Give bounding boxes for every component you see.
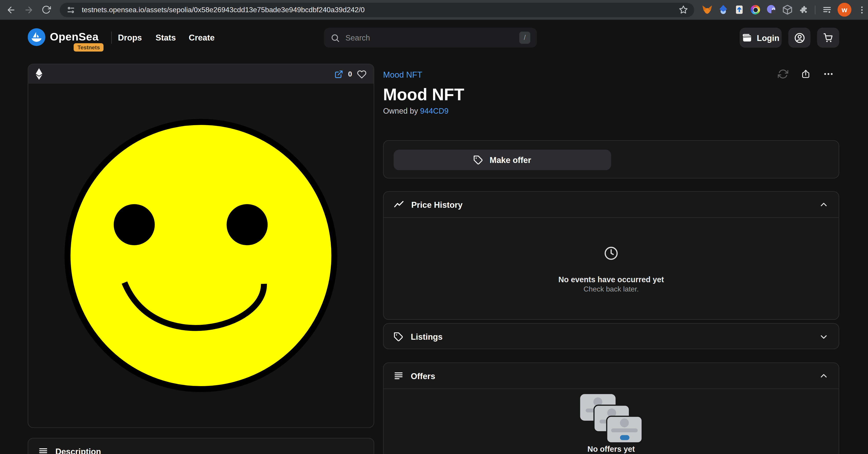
- offers-card: Offers: [383, 363, 839, 454]
- page: testnets.opensea.io/assets/sepolia/0x58e…: [0, 0, 868, 454]
- media-card-toolbar: 0: [28, 64, 374, 84]
- item-action-bar: [778, 69, 834, 80]
- extensions-puzzle-icon[interactable]: [798, 4, 809, 15]
- description-header[interactable]: Description: [28, 438, 374, 454]
- share-icon: [801, 69, 811, 79]
- star-icon: [678, 5, 688, 15]
- back-button[interactable]: [3, 2, 19, 18]
- view-original-link[interactable]: [334, 69, 343, 78]
- nav-create[interactable]: Create: [189, 33, 215, 42]
- owned-by-label: Owned by: [383, 106, 418, 115]
- price-history-title: Price History: [411, 200, 463, 209]
- kite-extension-icon[interactable]: [718, 4, 728, 15]
- metamask-extension-icon[interactable]: [702, 4, 712, 15]
- reload-icon: [41, 5, 51, 15]
- extensions-row: w: [702, 3, 868, 17]
- cube-extension-icon[interactable]: [782, 4, 793, 15]
- price-history-empty-title: No events have occurred yet: [383, 275, 839, 284]
- chevron-up-icon: [819, 371, 829, 381]
- lock-extension-icon[interactable]: [766, 4, 777, 15]
- offers-body: No offers yet: [383, 389, 839, 454]
- avatar-initial: w: [842, 5, 847, 14]
- tag-icon: [473, 155, 484, 165]
- lens-extension-icon[interactable]: [750, 4, 761, 15]
- listings-header[interactable]: Listings: [383, 324, 839, 350]
- make-offer-label: Make offer: [490, 155, 531, 165]
- stacked-offers-illustration-icon: [580, 394, 643, 443]
- reading-list-button[interactable]: [822, 4, 832, 15]
- bookmark-star-button[interactable]: [677, 4, 689, 16]
- lens-icon: [751, 5, 760, 15]
- url-bar[interactable]: testnets.opensea.io/assets/sepolia/0x58e…: [60, 2, 694, 17]
- price-history-empty-subtitle: Check back later.: [383, 285, 839, 293]
- price-history-header[interactable]: Price History: [383, 192, 839, 218]
- item-details-column: Mood NFT Mood NFT Owned by 944CD9: [383, 20, 839, 454]
- tune-icon: [66, 5, 75, 14]
- offers-title: Offers: [411, 371, 435, 381]
- testnets-badge: Testnets: [74, 43, 104, 52]
- price-history-body: No events have occurred yet Check back l…: [383, 218, 839, 320]
- media-card-actions: 0: [334, 69, 367, 79]
- listings-card: Listings: [383, 323, 839, 349]
- forward-button[interactable]: [21, 2, 36, 18]
- nft-image[interactable]: [28, 84, 374, 427]
- favorite-count: 0: [348, 70, 352, 78]
- browser-window: testnets.opensea.io/assets/sepolia/0x58e…: [0, 0, 868, 454]
- chrome-menu-button[interactable]: [857, 3, 867, 16]
- share-button[interactable]: [801, 69, 811, 79]
- nft-media-card: 0: [28, 64, 374, 428]
- export-box-extension-icon[interactable]: [734, 4, 745, 15]
- site-settings-button[interactable]: [65, 4, 77, 16]
- browser-profile-avatar[interactable]: w: [837, 3, 851, 17]
- offers-header[interactable]: Offers: [383, 363, 839, 389]
- ethereum-icon: [35, 68, 43, 80]
- url-text: testnets.opensea.io/assets/sepolia/0x58e…: [82, 5, 677, 14]
- external-link-icon: [334, 69, 343, 78]
- opensea-logo[interactable]: [28, 28, 45, 46]
- arrow-left-icon: [6, 5, 16, 15]
- refresh-metadata-button[interactable]: [778, 69, 788, 80]
- list-icon: [38, 447, 48, 454]
- make-offer-button[interactable]: Make offer: [394, 150, 611, 170]
- brand-name: OpenSea: [50, 31, 98, 43]
- more-options-button[interactable]: [823, 69, 834, 80]
- item-title: Mood NFT: [383, 85, 464, 104]
- trending-line-icon: [394, 199, 404, 210]
- offer-action-card: Make offer: [383, 140, 839, 178]
- heart-icon: [357, 69, 367, 79]
- description-title: Description: [55, 447, 101, 454]
- tag-icon: [394, 332, 403, 342]
- browser-toolbar: testnets.opensea.io/assets/sepolia/0x58e…: [0, 0, 868, 20]
- ellipsis-icon: [823, 69, 834, 80]
- favorite-button[interactable]: [357, 69, 367, 79]
- listings-title: Listings: [411, 332, 442, 342]
- list-icon: [394, 371, 403, 381]
- opensea-page: OpenSea Testnets Drops Stats Create / Lo…: [0, 20, 868, 454]
- kebab-menu-icon: [857, 5, 866, 14]
- owner-link[interactable]: 944CD9: [420, 106, 449, 115]
- nav-drops[interactable]: Drops: [118, 33, 142, 42]
- smiley-face-artwork: [30, 84, 372, 427]
- price-history-card: Price History No events have occurred ye…: [383, 191, 839, 320]
- clock-icon: [603, 246, 619, 261]
- nav-stats[interactable]: Stats: [156, 33, 176, 42]
- search-icon: [331, 33, 340, 42]
- reload-button[interactable]: [39, 2, 54, 18]
- refresh-icon: [778, 69, 788, 80]
- offers-empty-text: No offers yet: [383, 445, 839, 453]
- owner-row: Owned by 944CD9: [383, 106, 449, 115]
- collection-link[interactable]: Mood NFT: [383, 70, 423, 80]
- header-divider: [111, 32, 112, 44]
- opensea-ship-icon: [28, 28, 45, 46]
- toolbar-separator: [815, 5, 815, 14]
- arrow-right-icon: [24, 5, 34, 15]
- chevron-up-icon: [819, 200, 829, 209]
- description-card: Description: [28, 438, 374, 454]
- chevron-down-icon: [819, 332, 829, 342]
